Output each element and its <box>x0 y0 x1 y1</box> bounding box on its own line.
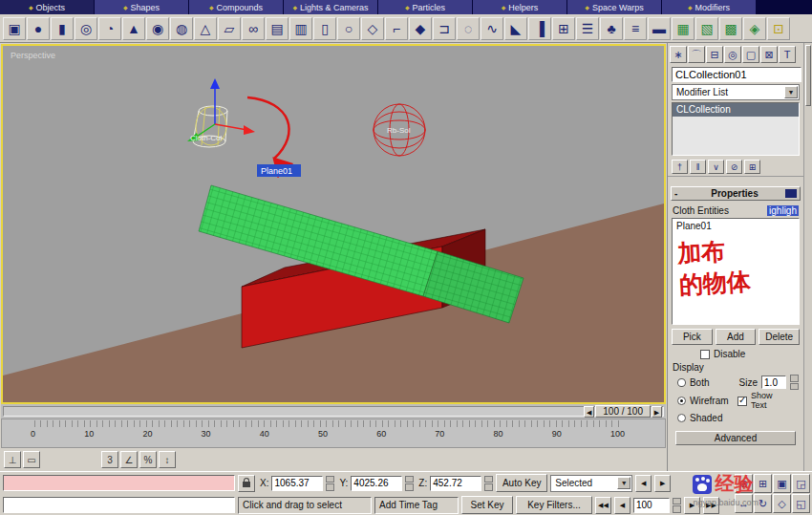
stairs-icon[interactable]: ☰ <box>576 17 599 40</box>
x-coordinate-field[interactable] <box>271 476 323 491</box>
size-spinner[interactable] <box>790 375 799 390</box>
time-slider-right-arrow[interactable]: ▶ <box>652 406 662 418</box>
y-coordinate-field[interactable] <box>351 476 402 491</box>
previous-key-button[interactable]: ◀ <box>635 475 652 492</box>
maxscript-listener-pink[interactable] <box>3 475 235 491</box>
set-key-button[interactable]: Set Key <box>461 496 513 514</box>
c-ext-icon[interactable]: ⊐ <box>433 17 456 40</box>
time-slider-left-arrow[interactable]: ◀ <box>584 406 594 418</box>
window-icon[interactable]: ⊞ <box>552 17 575 40</box>
door-icon[interactable]: ▐ <box>528 17 551 40</box>
wireframe-radio[interactable] <box>677 397 686 405</box>
mini-curve-editor-icon[interactable]: ▭ <box>23 451 40 468</box>
go-to-start-button[interactable]: ◀◀ <box>595 497 611 514</box>
size-field[interactable] <box>761 376 786 389</box>
z-coordinate-field[interactable] <box>430 476 481 491</box>
box-icon[interactable]: ▣ <box>3 17 26 40</box>
spindle-icon[interactable]: ◇ <box>361 17 384 40</box>
z-spinner[interactable] <box>484 476 493 491</box>
zoom-region-icon[interactable]: ◲ <box>792 474 810 493</box>
tube-icon[interactable]: ◍ <box>170 17 193 40</box>
foliage-icon[interactable]: ♣ <box>600 17 623 40</box>
shaded-radio[interactable] <box>677 414 686 422</box>
modifier-stack[interactable]: CLCollection <box>672 102 800 156</box>
sphere-icon[interactable]: ● <box>27 17 50 40</box>
display-tab-icon[interactable]: ▢ <box>742 46 759 63</box>
cloth-objects-list[interactable]: Plane01 加布 的物体 <box>672 218 800 325</box>
selection-lock-button[interactable] <box>238 475 255 492</box>
tab-compounds[interactable]: ◆Compounds <box>189 0 284 14</box>
object-name-field[interactable] <box>672 67 801 82</box>
capsule-icon[interactable]: ○ <box>337 17 360 40</box>
cv-surface-icon[interactable]: ◈ <box>743 17 766 40</box>
zoom-extents-icon[interactable]: ▣ <box>773 474 791 493</box>
motion-tab-icon[interactable]: ◎ <box>724 46 741 63</box>
selection-set-dropdown[interactable]: Selected ▼ <box>550 475 632 492</box>
current-frame-field[interactable] <box>633 498 670 513</box>
torus-icon[interactable]: ◎ <box>75 17 97 40</box>
angle-snap-icon[interactable]: ∠ <box>120 451 138 468</box>
ring-wave-icon[interactable]: ◌ <box>457 17 480 40</box>
modify-tab-icon[interactable]: ⌒ <box>688 46 705 63</box>
tab-lights-cameras[interactable]: ◆Lights & Cameras <box>284 0 378 14</box>
tab-modifiers[interactable]: ◆Modifiers <box>662 0 757 14</box>
teapot-icon[interactable]: ◔ <box>98 17 121 40</box>
next-key-button[interactable]: ▶ <box>654 475 671 492</box>
oil-tank-icon[interactable]: ▯ <box>313 17 336 40</box>
panel-scrollbar-thumb[interactable] <box>805 45 811 106</box>
gengon-icon[interactable]: ◆ <box>409 17 432 40</box>
nurbs-surface-icon[interactable]: ▩ <box>719 17 742 40</box>
chamfer-box-icon[interactable]: ▤ <box>266 17 288 40</box>
time-slider[interactable]: ◀ 100 / 100 ▶ <box>1 404 666 418</box>
y-spinner[interactable] <box>405 476 414 491</box>
quad-patch-icon[interactable]: ▦ <box>672 17 694 40</box>
track-bar[interactable]: 0102030405060708090100 <box>1 418 666 449</box>
axis-constraint-icon[interactable]: ⊥ <box>4 451 21 468</box>
percent-snap-icon[interactable]: % <box>139 451 157 468</box>
list-item-plane01[interactable]: Plane01 <box>676 221 795 231</box>
disable-checkbox[interactable] <box>700 350 710 359</box>
maxscript-listener-input[interactable] <box>3 497 235 513</box>
geosphere-icon[interactable]: ◉ <box>146 17 169 40</box>
time-slider-track[interactable] <box>3 406 664 417</box>
railing-icon[interactable]: ≡ <box>624 17 647 40</box>
tab-objects[interactable]: ◆Objects <box>0 0 95 14</box>
delete-button[interactable]: Delete <box>759 329 800 345</box>
previous-frame-button[interactable]: ◀ <box>614 497 630 514</box>
field-of-view-icon[interactable]: ◇ <box>773 494 791 513</box>
plane-icon[interactable]: ▱ <box>218 17 241 40</box>
properties-rollout-header[interactable]: - Properties <box>671 186 801 201</box>
pick-button[interactable]: Pick <box>672 329 713 345</box>
utilities-tab-icon[interactable]: ⊠ <box>760 46 778 63</box>
time-slider-value[interactable]: 100 / 100 <box>595 405 651 418</box>
tab-helpers[interactable]: ◆Helpers <box>473 0 567 14</box>
tab-space-warps[interactable]: ◆Space Warps <box>567 0 662 14</box>
add-button[interactable]: Add <box>716 329 757 345</box>
both-radio[interactable] <box>677 378 686 387</box>
tri-patch-icon[interactable]: ▧ <box>695 17 718 40</box>
tab-particles[interactable]: ◆Particles <box>378 0 473 14</box>
x-spinner[interactable] <box>326 476 334 491</box>
chamfer-cylinder-icon[interactable]: ▥ <box>289 17 312 40</box>
prism-icon[interactable]: ◣ <box>504 17 527 40</box>
make-unique-icon[interactable]: ∨ <box>708 160 724 174</box>
view-label[interactable]: Perspective <box>11 51 55 60</box>
maximize-viewport-icon[interactable]: ◱ <box>792 494 810 513</box>
text-tool-icon[interactable]: T <box>779 46 796 63</box>
hose-icon[interactable]: ∿ <box>481 17 503 40</box>
l-ext-icon[interactable]: ⌐ <box>385 17 408 40</box>
pin-stack-icon[interactable]: † <box>672 160 688 174</box>
pyramid-icon[interactable]: △ <box>194 17 217 40</box>
torus-knot-icon[interactable]: ∞ <box>242 17 265 40</box>
auto-key-button[interactable]: Auto Key <box>496 474 547 492</box>
configure-modifier-sets-icon[interactable]: ⊞ <box>744 160 760 174</box>
cone-icon[interactable]: ▲ <box>122 17 145 40</box>
remove-modifier-icon[interactable]: ⊘ <box>726 160 742 174</box>
frame-spinner[interactable] <box>673 498 681 513</box>
advanced-button[interactable]: Advanced <box>675 431 796 445</box>
add-time-tag[interactable]: Add Time Tag <box>374 497 459 514</box>
show-end-result-icon[interactable]: ‖ <box>690 160 706 174</box>
wall-icon[interactable]: ▬ <box>648 17 671 40</box>
snap-toggle-3d-icon[interactable]: 3 <box>101 451 118 468</box>
modifier-list-dropdown[interactable]: Modifier List ▼ <box>672 84 800 100</box>
